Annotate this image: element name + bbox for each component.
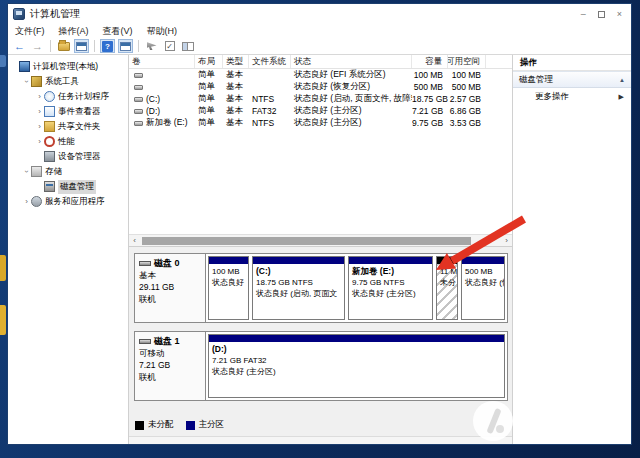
tree-item-task-scheduler[interactable]: › 任务计划程序 [8,89,128,104]
primary-partition-band [209,257,248,264]
table-row[interactable]: (D:) 简单 基本 FAT32 状态良好 (主分区) 7.21 GB 6.86… [129,105,512,117]
system-tools-icon [31,76,42,87]
export-list-icon[interactable] [56,39,71,53]
disk-1-header[interactable]: 磁盘 1 可移动 7.21 GB 联机 [135,332,206,400]
collapse-icon[interactable]: ▲ [619,77,625,83]
column-freespace[interactable]: 可用空间 [448,55,486,68]
computer-icon [19,61,30,72]
table-row[interactable]: (C:) 简单 基本 NTFS 状态良好 (启动, 页面文件, 故障转储, 主分… [129,93,512,105]
toolbar-separator [50,40,51,52]
table-row[interactable]: 简单 基本 状态良好 (EFI 系统分区) 100 MB 100 MB [129,69,512,81]
scroll-left-icon[interactable]: ‹ [129,236,140,246]
desktop-icon-fragment [0,55,6,67]
menu-action[interactable]: 操作(A) [52,25,96,38]
partition-e[interactable]: 新加卷 (E:) 9.75 GB NTFS 状态良好 (主分区) [348,256,433,320]
disk-0-header[interactable]: 磁盘 0 基本 29.11 GB 联机 [135,254,206,322]
disk-icon [139,339,151,344]
table-row[interactable]: 新加卷 (E:) 简单 基本 NTFS 状态良好 (主分区) 9.75 GB 3… [129,117,512,129]
show-hide-pane-icon[interactable] [118,39,133,53]
minimize-button[interactable]: – [581,9,586,19]
partition-c[interactable]: (C:) 18.75 GB NTFS 状态良好 (启动, 页面文 [252,256,345,320]
disk-0-row: 磁盘 0 基本 29.11 GB 联机 100 MB 状态良好 [134,253,508,323]
menu-help[interactable]: 帮助(H) [140,25,185,38]
column-status[interactable]: 状态 [291,55,412,68]
disk-icon [139,261,151,266]
chevron-right-icon[interactable]: › [35,137,44,146]
event-viewer-icon [44,106,55,117]
scroll-right-icon[interactable]: › [501,236,512,246]
services-icon [31,196,42,207]
chevron-right-icon[interactable]: › [35,122,44,131]
tree-item-shared-folders[interactable]: › 共享文件夹 [8,119,128,134]
panel-view-icon[interactable] [180,39,195,53]
table-row[interactable]: 简单 基本 状态良好 (恢复分区) 500 MB 500 MB [129,81,512,93]
checkbox-tool-icon[interactable]: ✓ [162,39,177,53]
actions-section-disk-management[interactable]: 磁盘管理 ▲ [513,71,631,88]
partition-d[interactable]: (D:) 7.21 GB FAT32 状态良好 (主分区) [208,334,505,398]
tree-item-storage[interactable]: › 存储 [8,164,128,179]
help-icon[interactable]: ? [100,39,115,53]
shared-folders-icon [44,121,55,132]
more-actions-item[interactable]: 更多操作 ▶ [513,88,631,106]
tree-item-system-tools[interactable]: › 系统工具 [8,74,128,89]
graphical-view: 磁盘 0 基本 29.11 GB 联机 100 MB 状态良好 [129,246,512,436]
title-bar[interactable]: 计算机管理 – × [8,4,631,24]
volume-list: 卷 布局 类型 文件系统 状态 容量 可用空间 简单 基本 状态良好 (EFI … [129,55,512,234]
toolbar-separator [94,40,95,52]
chevron-down-icon[interactable]: › [22,77,31,86]
column-capacity[interactable]: 容量 [412,55,448,68]
menu-view[interactable]: 查看(V) [96,25,140,38]
column-layout[interactable]: 布局 [195,55,223,68]
menu-bar: 文件(F) 操作(A) 查看(V) 帮助(H) [8,24,631,38]
primary-partition-swatch [186,421,195,430]
partition-efi[interactable]: 100 MB 状态良好 [208,256,249,320]
toolbar: ← → ? ✓ [8,38,631,55]
storage-icon [31,166,42,177]
submenu-arrow-icon: ▶ [619,93,624,101]
chevron-right-icon[interactable]: › [22,197,31,206]
tree-item-device-manager[interactable]: 设备管理器 [8,149,128,164]
legend: 未分配 主分区 [135,419,224,431]
status-strip [129,436,512,444]
primary-partition-band [253,257,344,264]
tree-item-computer-management[interactable]: 计算机管理(本地) [8,59,128,74]
console-tree-icon[interactable] [74,39,89,53]
device-manager-icon [44,151,55,162]
primary-partition-band [462,257,504,264]
close-button[interactable]: × [617,9,622,19]
maximize-button[interactable] [598,11,605,18]
tree-item-disk-management[interactable]: 磁盘管理 [8,179,128,194]
performance-icon [44,136,55,147]
tree-item-event-viewer[interactable]: › 事件查看器 [8,104,128,119]
tree-item-services-applications[interactable]: › 服务和应用程序 [8,194,128,209]
toolbar-separator [138,40,139,52]
back-icon[interactable]: ← [12,39,27,53]
computer-management-window: 计算机管理 – × 文件(F) 操作(A) 查看(V) 帮助(H) ← → ? … [7,3,632,445]
column-volume[interactable]: 卷 [129,55,195,68]
unallocated-swatch [135,421,144,430]
volume-icon [134,121,143,126]
scrollbar-thumb[interactable] [142,237,471,245]
desktop-folder-fragment [0,255,6,281]
partition-recovery[interactable]: 500 MB 状态良好 (恢复分区) [461,256,505,320]
forward-icon[interactable]: → [30,39,45,53]
console-tree: 计算机管理(本地) › 系统工具 › 任务计划程序 › 事件查看器 › 共享文件… [8,55,129,444]
pointer-tool-icon[interactable] [144,39,159,53]
task-scheduler-icon [44,91,55,102]
primary-partition-band [209,335,504,342]
chevron-right-icon[interactable]: › [35,107,44,116]
chevron-right-icon[interactable]: › [35,92,44,101]
window-title: 计算机管理 [30,7,80,21]
partition-unallocated[interactable]: 11 M 未分 [436,256,458,320]
horizontal-scrollbar[interactable]: ‹ › [129,234,512,246]
unallocated-band [437,257,457,264]
column-filesystem[interactable]: 文件系统 [249,55,291,68]
menu-file[interactable]: 文件(F) [8,25,52,38]
column-type[interactable]: 类型 [223,55,249,68]
chevron-down-icon[interactable]: › [22,167,31,176]
tree-item-performance[interactable]: › 性能 [8,134,128,149]
disk-management-icon [44,181,55,192]
volume-icon [134,109,143,114]
volume-icon [134,97,143,102]
actions-title: 操作 [513,55,631,71]
